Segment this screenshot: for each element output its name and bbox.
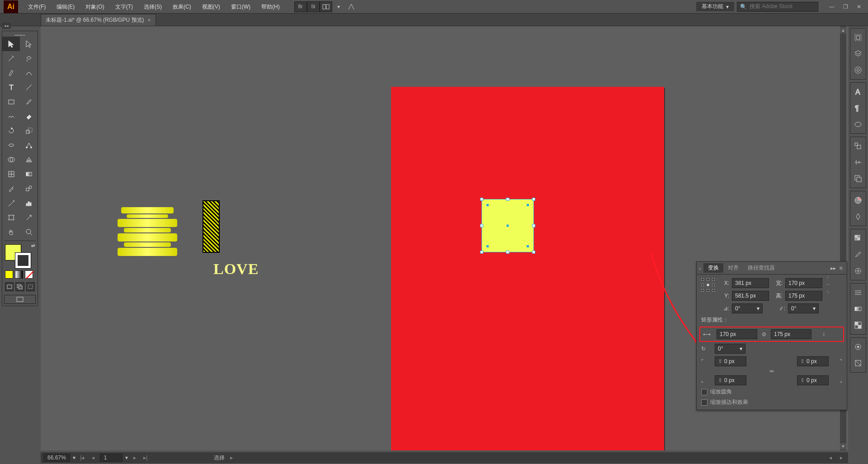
drawing-mode-normal-icon[interactable] [5, 282, 14, 291]
corner-bl-input[interactable]: ⇕0 px [715, 375, 746, 385]
arrange-dropdown-icon[interactable]: ▾ [332, 1, 345, 12]
shaper-tool[interactable] [2, 109, 20, 123]
scroll-right-icon[interactable]: ▸ [837, 454, 845, 462]
symbol-sprayer-tool[interactable] [2, 196, 20, 210]
menu-select[interactable]: 选择(S) [138, 0, 167, 14]
status-menu-icon[interactable]: ▸ [227, 454, 236, 462]
pen-tool[interactable] [2, 66, 20, 80]
window-restore-icon[interactable]: ❐ [839, 2, 852, 12]
workspace-switcher[interactable]: 基本功能▾ [696, 2, 734, 11]
menu-window[interactable]: 窗口(W) [226, 0, 256, 14]
symbols-panel-icon[interactable] [850, 263, 866, 279]
mesh-tool[interactable] [2, 167, 20, 181]
eraser-tool[interactable] [20, 109, 38, 123]
rotate-tool[interactable] [2, 123, 20, 138]
blend-tool[interactable] [20, 181, 38, 196]
height-input[interactable]: 175 px [785, 291, 822, 301]
scroll-left-icon[interactable]: ◂ [826, 454, 835, 462]
reference-point-selector[interactable] [701, 278, 715, 292]
tab-pathfinder[interactable]: 路径查找器 [743, 263, 779, 273]
panel-menu-icon[interactable]: ≡ [837, 265, 845, 271]
constrain-wh-icon[interactable] [825, 278, 833, 288]
paragraph-panel-icon[interactable]: ¶ [850, 100, 866, 116]
swatches-panel-icon[interactable] [850, 230, 866, 246]
properties-panel-icon[interactable] [850, 29, 866, 46]
graphic-styles-panel-icon[interactable] [850, 355, 866, 371]
stroke-panel-icon[interactable] [850, 284, 866, 301]
shear-input[interactable]: 0°▾ [788, 303, 819, 313]
artboard-tool[interactable] [2, 210, 20, 225]
rect-link-icon[interactable]: ⊘ [760, 329, 768, 339]
width-tool[interactable] [2, 138, 20, 152]
gradient-tool[interactable] [20, 167, 38, 181]
document-tab[interactable]: 未标题-1.ai* @ 66.67% (RGB/GPU 预览) × [41, 14, 156, 26]
character-panel-icon[interactable]: A [850, 84, 866, 100]
zoom-tool[interactable] [20, 225, 38, 239]
line-segment-tool[interactable] [20, 80, 38, 95]
selected-rectangle[interactable] [481, 199, 534, 252]
curvature-tool[interactable] [20, 66, 38, 80]
gpu-icon[interactable] [345, 1, 358, 12]
first-artboard-icon[interactable]: |◂ [78, 454, 86, 462]
zoom-dropdown-icon[interactable]: ▾ [73, 455, 75, 461]
prev-artboard-icon[interactable]: ◂ [89, 454, 97, 462]
direct-selection-tool[interactable] [20, 37, 38, 51]
bridge-icon[interactable]: Br [294, 1, 307, 12]
width-input[interactable]: 170 px [785, 278, 822, 288]
menu-help[interactable]: 帮助(H) [256, 0, 285, 14]
perspective-grid-tool[interactable] [20, 152, 38, 167]
gradient-mode-icon[interactable] [15, 270, 23, 279]
gradient-panel-icon[interactable] [850, 301, 866, 317]
tab-align[interactable]: 对齐 [723, 263, 743, 273]
transparency-panel-icon[interactable] [850, 317, 866, 333]
drawing-mode-behind-icon[interactable] [15, 282, 24, 291]
corner-tl-input[interactable]: ⇕0 px [715, 356, 746, 366]
rectangle-tool[interactable] [2, 95, 20, 109]
color-panel-icon[interactable] [850, 192, 866, 208]
menu-edit[interactable]: 编辑(E) [51, 0, 80, 14]
menu-object[interactable]: 对象(O) [80, 0, 109, 14]
panel-link-icon[interactable]: ⬨ [698, 265, 702, 271]
rotate-input[interactable]: 0°▾ [732, 303, 763, 313]
fill-stroke-swatch[interactable]: ⇄ [2, 242, 38, 270]
stock-icon[interactable]: St [307, 1, 320, 12]
shape-builder-tool[interactable] [2, 152, 20, 167]
color-guide-panel-icon[interactable] [850, 208, 866, 225]
arrange-documents-icon[interactable] [320, 1, 332, 12]
menu-effect[interactable]: 效果(C) [167, 0, 197, 14]
swap-fill-stroke-icon[interactable]: ⇄ [31, 243, 35, 248]
hand-tool[interactable] [2, 225, 20, 239]
corner-link-icon[interactable]: ⫘ [767, 367, 777, 374]
eyedropper-tool[interactable] [2, 181, 20, 196]
free-transform-tool[interactable] [20, 138, 38, 152]
zoom-level-input[interactable]: 66.67% [43, 454, 70, 462]
screen-mode-icon[interactable] [4, 295, 36, 304]
menu-file[interactable]: 文件(F) [23, 0, 51, 14]
window-minimize-icon[interactable]: — [826, 2, 838, 12]
magic-wand-tool[interactable] [2, 51, 20, 66]
artboard-number-input[interactable]: 1 [100, 454, 123, 462]
rect-width-input[interactable]: 170 px [717, 329, 757, 339]
layers-panel-icon[interactable] [850, 46, 866, 62]
rect-height-input[interactable]: 175 px [771, 329, 811, 339]
slice-tool[interactable] [20, 210, 38, 225]
artboard-dropdown-icon[interactable]: ▾ [125, 455, 128, 461]
brushes-panel-icon[interactable] [850, 246, 866, 263]
pathfinder-panel-icon[interactable] [850, 170, 866, 187]
expand-toolbar-icon[interactable]: ◂◂ [2, 23, 11, 29]
align-panel-icon[interactable] [850, 154, 866, 170]
type-tool[interactable] [2, 80, 20, 95]
lasso-tool[interactable] [20, 51, 38, 66]
cc-libraries-icon[interactable] [850, 62, 866, 78]
close-tab-icon[interactable]: × [148, 17, 151, 24]
scale-tool[interactable] [20, 123, 38, 138]
scroll-up-icon[interactable]: ▲ [840, 27, 846, 33]
next-artboard-icon[interactable]: ▸ [131, 454, 139, 462]
tab-transform[interactable]: 变换 [703, 263, 723, 273]
drawing-mode-inside-icon[interactable] [26, 282, 35, 291]
panel-collapse-icon[interactable]: ▸▸ [830, 264, 837, 272]
none-mode-icon[interactable] [25, 270, 33, 279]
menu-text[interactable]: 文字(T) [110, 0, 138, 14]
opentype-panel-icon[interactable] [850, 116, 866, 133]
stroke-swatch[interactable] [15, 252, 31, 269]
